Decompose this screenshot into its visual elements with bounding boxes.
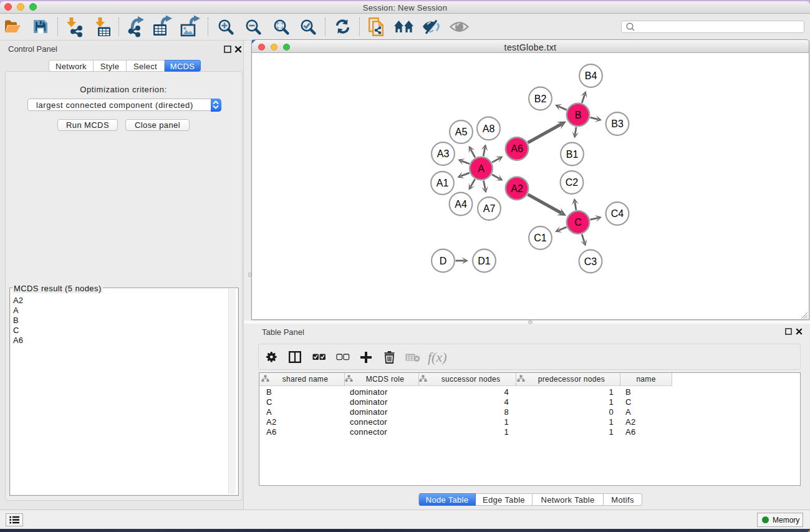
svg-text:C4: C4	[611, 208, 624, 219]
svg-text:B4: B4	[585, 70, 597, 81]
svg-text:B2: B2	[534, 94, 547, 104]
svg-text:B3: B3	[611, 118, 624, 129]
svg-text:A3: A3	[437, 148, 450, 159]
svg-text:A4: A4	[455, 199, 467, 210]
svg-text:C: C	[574, 217, 582, 228]
svg-text:D1: D1	[478, 256, 491, 266]
svg-text:B: B	[575, 110, 582, 120]
svg-text:C2: C2	[566, 177, 579, 188]
svg-text:C1: C1	[534, 233, 547, 243]
svg-text:A1: A1	[436, 178, 449, 188]
svg-text:A5: A5	[455, 127, 468, 137]
svg-text:A2: A2	[511, 183, 523, 194]
svg-text:A6: A6	[511, 143, 523, 154]
svg-text:B1: B1	[566, 149, 579, 160]
svg-text:C3: C3	[584, 256, 597, 267]
svg-text:A7: A7	[483, 203, 496, 214]
svg-text:A8: A8	[483, 123, 495, 134]
svg-text:A: A	[478, 163, 485, 174]
svg-text:D: D	[440, 256, 447, 266]
